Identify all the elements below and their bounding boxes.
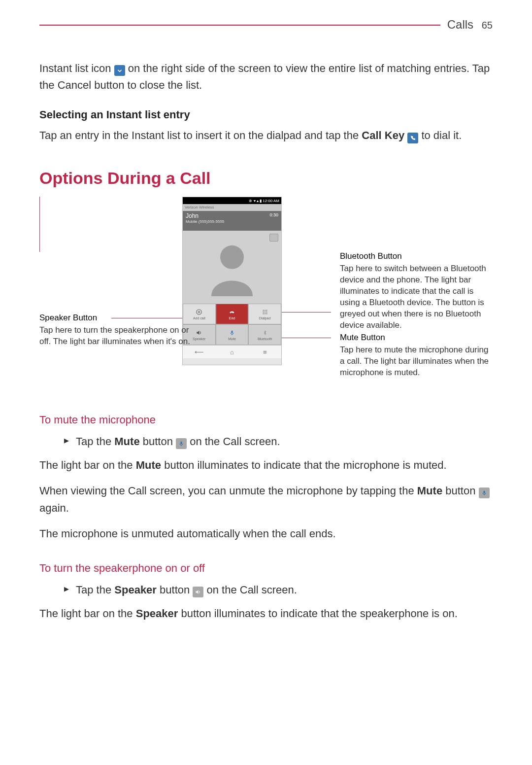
avatar-silhouette-icon bbox=[202, 237, 262, 297]
callout-speaker-title: Speaker Button bbox=[39, 313, 192, 324]
plus-icon bbox=[196, 309, 202, 315]
intro-paragraph: Instant list icon on the right side of t… bbox=[39, 60, 493, 94]
svg-point-8 bbox=[263, 313, 264, 314]
mute-word-3: Mute bbox=[417, 485, 442, 497]
speaker-p1: The light bar on the Speaker button illu… bbox=[39, 605, 493, 622]
sp1a: The light bar on the bbox=[39, 607, 133, 620]
callout-bluetooth-body: Tap here to switch between a Bluetooth d… bbox=[340, 263, 493, 331]
mute-button-icon bbox=[176, 438, 187, 449]
mp2c: again. bbox=[39, 502, 69, 514]
mp2a: When viewing the Call screen, you can un… bbox=[39, 485, 414, 497]
mute-p2: When viewing the Call screen, you can un… bbox=[39, 483, 493, 516]
svg-point-10 bbox=[266, 313, 267, 314]
phone-statusbar: ⊕ ▾ ▴ ▮ 12:00 AM bbox=[183, 197, 281, 204]
svg-point-2 bbox=[263, 310, 264, 311]
speaker-word-1: Speaker bbox=[114, 584, 157, 596]
call-key-icon bbox=[407, 133, 418, 143]
phone-row-1: Add call End Dialpad bbox=[183, 304, 281, 324]
mute-p1: The light bar on the Mute button illumin… bbox=[39, 457, 493, 474]
lbl-bluetooth: Bluetooth bbox=[258, 337, 272, 341]
phone-btn-mute: Mute bbox=[216, 324, 249, 345]
speaker-icon bbox=[196, 329, 202, 336]
mute-ba: Tap the bbox=[76, 435, 111, 448]
phone-btn-dialpad: Dialpad bbox=[248, 304, 281, 324]
mute-word-2: Mute bbox=[136, 459, 161, 471]
call-key-word: Call Key bbox=[362, 129, 404, 141]
svg-point-0 bbox=[220, 245, 244, 269]
select-a: Tap an entry in the Instant list to inse… bbox=[39, 129, 359, 141]
svg-point-3 bbox=[265, 310, 266, 311]
phone-mock: ⊕ ▾ ▴ ▮ 12:00 AM Verizon Wireless John M… bbox=[182, 197, 282, 365]
phone-avatar-area bbox=[183, 231, 281, 304]
mute-button-icon-2 bbox=[479, 487, 490, 498]
end-call-icon bbox=[229, 309, 235, 315]
lbl-end: End bbox=[229, 316, 235, 320]
lbl-mute: Mute bbox=[228, 337, 236, 341]
lbl-dialpad: Dialpad bbox=[259, 316, 271, 320]
svg-point-5 bbox=[263, 312, 264, 313]
sp-bc: on the Call screen. bbox=[206, 584, 297, 596]
callout-mute-body: Tap here to mute the microphone during a… bbox=[340, 345, 493, 379]
mp2b: button bbox=[445, 485, 475, 497]
section-name: Calls bbox=[447, 18, 473, 31]
mute-bullet: ▶ Tap the Mute button on the Call screen… bbox=[64, 433, 493, 450]
heading-options: Options During a Call bbox=[39, 169, 493, 188]
nav-home-icon: ⌂ bbox=[216, 346, 249, 358]
sp-bb: button bbox=[160, 584, 190, 596]
header-label: Calls 65 bbox=[440, 18, 493, 32]
header-rule: Calls 65 bbox=[39, 25, 493, 26]
status-time: 12:00 AM bbox=[263, 199, 279, 203]
heading-mute: To mute the microphone bbox=[39, 414, 493, 426]
mute-bb: button bbox=[143, 435, 173, 448]
callout-mute: Mute Button Tap here to mute the microph… bbox=[340, 332, 493, 379]
mute-bc: on the Call screen. bbox=[190, 435, 280, 448]
phone-btn-end: End bbox=[216, 304, 249, 324]
leader-bluetooth-h bbox=[280, 312, 331, 313]
select-b: to dial it. bbox=[421, 129, 462, 141]
svg-rect-11 bbox=[232, 330, 233, 333]
intro-a: Instant list icon bbox=[39, 62, 111, 74]
dialpad-icon bbox=[262, 309, 268, 315]
speaker-bullet-text: Tap the Speaker button on the Call scree… bbox=[76, 582, 297, 598]
phone-navbar: ⟵ ⌂ ≡ bbox=[183, 345, 281, 358]
lbl-speaker: Speaker bbox=[193, 337, 205, 341]
speaker-word-2: Speaker bbox=[136, 607, 178, 620]
phone-contact-sub: Mobile (555)555-5555 bbox=[186, 219, 224, 224]
instant-list-icon bbox=[114, 65, 125, 76]
mp1b: button illuminates to indicate that the … bbox=[164, 459, 447, 471]
callout-speaker: Speaker Button Tap here to turn the spea… bbox=[39, 313, 192, 348]
bullet-icon-2: ▶ bbox=[64, 585, 69, 598]
page-number: 65 bbox=[482, 20, 493, 31]
callout-mute-title: Mute Button bbox=[340, 332, 493, 344]
svg-point-9 bbox=[265, 313, 266, 314]
nav-menu-icon: ≡ bbox=[248, 346, 281, 358]
nav-back-icon: ⟵ bbox=[183, 346, 216, 358]
select-entry-paragraph: Tap an entry in the Instant list to inse… bbox=[39, 127, 493, 144]
callout-bluetooth: Bluetooth Button Tap here to switch betw… bbox=[340, 251, 493, 331]
subhead-select-entry: Selecting an Instant list entry bbox=[39, 108, 493, 121]
status-indicators: ⊕ ▾ ▴ ▮ bbox=[249, 199, 262, 203]
sp-ba: Tap the bbox=[76, 584, 111, 596]
svg-rect-13 bbox=[181, 442, 182, 445]
speaker-button-icon bbox=[193, 587, 203, 597]
svg-rect-15 bbox=[483, 491, 485, 494]
phone-carrier: Verizon Wireless bbox=[183, 204, 281, 211]
svg-point-6 bbox=[265, 312, 266, 313]
mute-p3: The microphone is unmuted automatically … bbox=[39, 525, 493, 542]
phone-contact-band: John Mobile (555)555-5555 0:30 bbox=[183, 211, 281, 231]
sp1b: button illuminates to indicate that the … bbox=[181, 607, 457, 620]
bluetooth-icon bbox=[262, 329, 268, 336]
leader-bluetooth-v bbox=[39, 197, 40, 252]
phone-contact: John bbox=[186, 212, 224, 219]
lbl-addcall: Add call bbox=[193, 316, 205, 320]
svg-point-4 bbox=[266, 310, 267, 311]
callout-bluetooth-title: Bluetooth Button bbox=[340, 251, 493, 262]
svg-point-7 bbox=[266, 312, 267, 313]
heading-speaker: To turn the speakerphone on or off bbox=[39, 562, 493, 575]
mute-word-1: Mute bbox=[114, 435, 139, 448]
mp1a: The light bar on the bbox=[39, 459, 133, 471]
call-screen-diagram: ⊕ ▾ ▴ ▮ 12:00 AM Verizon Wireless John M… bbox=[39, 197, 493, 394]
phone-row-2: Speaker Mute Bluetooth bbox=[183, 324, 281, 345]
bullet-icon: ▶ bbox=[64, 437, 69, 450]
phone-duration: 0:30 bbox=[269, 212, 278, 229]
